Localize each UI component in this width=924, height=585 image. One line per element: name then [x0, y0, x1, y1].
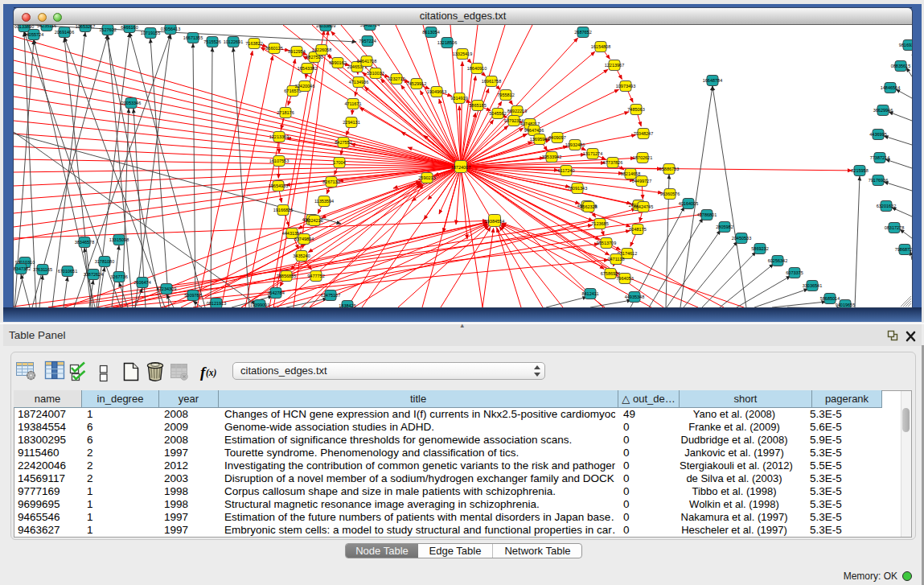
svg-text:08317278: 08317278	[885, 225, 904, 230]
svg-text:86922219: 86922219	[507, 109, 527, 113]
svg-text:6048175: 6048175	[629, 227, 646, 232]
svg-text:2590213: 2590213	[418, 175, 435, 180]
svg-text:2718176: 2718176	[277, 110, 294, 115]
svg-text:3435240: 3435240	[293, 253, 310, 258]
svg-text:16154808: 16154808	[591, 44, 610, 49]
svg-text:6073375: 6073375	[786, 270, 803, 275]
svg-text:1838425: 1838425	[339, 303, 355, 307]
svg-text:9477752: 9477752	[307, 274, 324, 278]
svg-text:3542784: 3542784	[267, 290, 284, 295]
svg-text:5045562: 5045562	[489, 111, 506, 116]
svg-text:10653267: 10653267	[76, 25, 95, 29]
svg-text:7964053: 7964053	[616, 276, 633, 281]
svg-text:51462704: 51462704	[360, 25, 380, 27]
svg-text:2606474: 2606474	[133, 280, 150, 285]
svg-text:6117240: 6117240	[557, 168, 574, 173]
svg-text:10932480: 10932480	[565, 142, 585, 147]
svg-text:18640910: 18640910	[467, 66, 487, 71]
svg-text:4711671: 4711671	[344, 101, 361, 106]
svg-text:16961758: 16961758	[482, 79, 501, 84]
svg-text:94647436: 94647436	[524, 128, 544, 133]
svg-text:10973493: 10973493	[616, 84, 635, 89]
svg-text:4562328: 4562328	[580, 204, 597, 209]
svg-text:33036541: 33036541	[803, 283, 822, 288]
svg-text:54235116: 54235116	[37, 25, 56, 28]
svg-text:77387214: 77387214	[870, 155, 889, 160]
svg-text:13695944: 13695944	[530, 137, 549, 142]
svg-text:8267130: 8267130	[322, 179, 339, 184]
svg-text:7123685: 7123685	[591, 221, 608, 226]
svg-text:96513709: 96513709	[597, 241, 616, 245]
svg-text:8660125: 8660125	[265, 46, 282, 51]
svg-text:19654933: 19654933	[269, 183, 288, 188]
svg-text:7485063: 7485063	[627, 107, 644, 112]
svg-text:79176936: 79176936	[869, 178, 888, 183]
svg-text:17004: 17004	[333, 160, 345, 165]
svg-text:13218506: 13218506	[437, 40, 457, 45]
svg-text:31781080: 31781080	[95, 259, 114, 264]
svg-text:16648784: 16648784	[703, 78, 722, 83]
svg-text:12213967: 12213967	[605, 63, 624, 68]
svg-text:5009788: 5009788	[184, 293, 201, 298]
svg-text:(x): (x)	[206, 368, 217, 378]
svg-text:40164005: 40164005	[679, 201, 698, 206]
svg-text:55886753: 55886753	[659, 167, 679, 171]
svg-text:42786801: 42786801	[697, 212, 717, 217]
svg-text:13315098: 13315098	[109, 237, 129, 242]
svg-text:33872624: 33872624	[84, 272, 103, 277]
svg-text:67010651: 67010651	[58, 269, 77, 274]
svg-text:7515526: 7515526	[203, 39, 220, 44]
svg-text:8412411: 8412411	[581, 291, 598, 296]
svg-text:12213369: 12213369	[269, 134, 289, 139]
svg-text:22420046: 22420046	[295, 84, 314, 89]
svg-text:19384554: 19384554	[485, 219, 504, 224]
svg-text:2805982: 2805982	[716, 225, 733, 229]
svg-text:04499727: 04499727	[632, 179, 651, 183]
svg-text:03056413: 03056413	[161, 27, 180, 31]
svg-text:13171274: 13171274	[583, 151, 602, 156]
svg-text:9232719: 9232719	[388, 76, 405, 81]
svg-text:36629946: 36629946	[873, 108, 893, 113]
svg-text:39533942: 39533942	[542, 154, 561, 159]
svg-text:98214658: 98214658	[621, 171, 640, 176]
svg-text:10719155: 10719155	[141, 31, 160, 35]
svg-text:4436995: 4436995	[869, 132, 886, 137]
svg-text:62475107: 62475107	[321, 293, 340, 298]
svg-text:8215958: 8215958	[851, 168, 868, 173]
svg-text:18724007: 18724007	[451, 165, 470, 170]
svg-text:6716572: 6716572	[284, 89, 301, 93]
svg-text:19166825: 19166825	[273, 208, 293, 212]
svg-text:20053346: 20053346	[121, 101, 141, 105]
svg-text:3267736: 3267736	[110, 274, 127, 279]
svg-text:5865185: 5865185	[469, 103, 486, 108]
svg-text:5310033: 5310033	[367, 71, 384, 76]
svg-text:8324210: 8324210	[306, 218, 322, 223]
svg-text:38346578: 38346578	[75, 240, 94, 245]
svg-text:70348247: 70348247	[634, 131, 653, 136]
svg-text:8427552: 8427552	[335, 140, 351, 145]
svg-text:14055724: 14055724	[24, 32, 43, 37]
svg-text:7955812: 7955812	[497, 93, 514, 97]
svg-text:11353594: 11353594	[314, 199, 334, 204]
svg-text:63201632: 63201632	[877, 204, 896, 208]
svg-text:6466160: 6466160	[121, 25, 138, 30]
svg-text:78856855: 78856855	[277, 274, 296, 278]
svg-text:7163822: 7163822	[245, 41, 262, 46]
svg-text:00133890: 00133890	[14, 25, 34, 29]
svg-text:78091343: 78091343	[568, 186, 587, 191]
svg-text:64641708: 64641708	[357, 59, 376, 64]
svg-text:1527602: 1527602	[99, 27, 116, 32]
svg-text:16033809: 16033809	[316, 25, 335, 28]
svg-text:13226058: 13226058	[312, 47, 331, 52]
svg-text:16543382: 16543382	[298, 66, 317, 71]
svg-text:8912954: 8912954	[288, 49, 305, 54]
svg-text:20450533: 20450533	[732, 236, 751, 241]
svg-text:2687652: 2687652	[574, 30, 591, 35]
svg-text:33749894: 33749894	[294, 237, 314, 241]
svg-text:20691406: 20691406	[55, 30, 74, 35]
svg-text:0471138: 0471138	[607, 257, 624, 262]
svg-text:8613054: 8613054	[422, 30, 439, 35]
svg-text:44935348: 44935348	[625, 295, 644, 299]
svg-text:67737826: 67737826	[603, 160, 622, 165]
svg-text:18702621: 18702621	[633, 155, 652, 160]
